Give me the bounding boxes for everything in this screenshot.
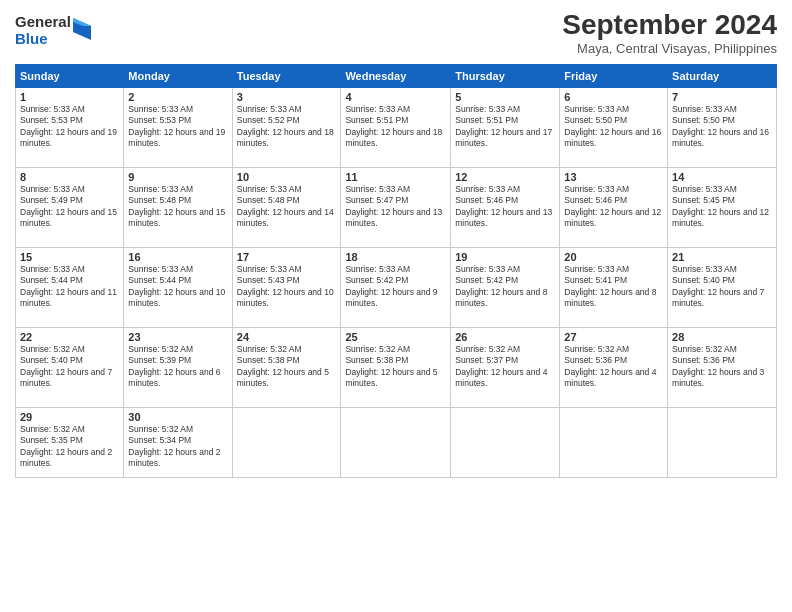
header-thursday: Thursday [451, 64, 560, 87]
day-number: 8 [20, 171, 119, 183]
day-sunset: Sunset: 5:46 PM [564, 195, 663, 206]
day-sunset: Sunset: 5:52 PM [237, 115, 337, 126]
logo-icon [73, 18, 91, 40]
calendar-cell [232, 407, 341, 477]
day-sunrise: Sunrise: 5:33 AM [345, 264, 446, 275]
calendar-cell [341, 407, 451, 477]
header-saturday: Saturday [668, 64, 777, 87]
day-sunset: Sunset: 5:50 PM [564, 115, 663, 126]
day-sunrise: Sunrise: 5:32 AM [455, 344, 555, 355]
day-sunset: Sunset: 5:37 PM [455, 355, 555, 366]
logo-blue: Blue [15, 31, 71, 48]
day-daylight: Daylight: 12 hours and 12 minutes. [564, 207, 663, 230]
day-sunrise: Sunrise: 5:33 AM [564, 264, 663, 275]
calendar-cell: 5 Sunrise: 5:33 AM Sunset: 5:51 PM Dayli… [451, 87, 560, 167]
day-daylight: Daylight: 12 hours and 5 minutes. [237, 367, 337, 390]
day-daylight: Daylight: 12 hours and 2 minutes. [20, 447, 119, 470]
day-number: 9 [128, 171, 227, 183]
day-sunrise: Sunrise: 5:33 AM [455, 264, 555, 275]
day-number: 25 [345, 331, 446, 343]
calendar-cell: 2 Sunrise: 5:33 AM Sunset: 5:53 PM Dayli… [124, 87, 232, 167]
day-sunset: Sunset: 5:38 PM [237, 355, 337, 366]
day-daylight: Daylight: 12 hours and 4 minutes. [455, 367, 555, 390]
header-monday: Monday [124, 64, 232, 87]
day-daylight: Daylight: 12 hours and 18 minutes. [345, 127, 446, 150]
location: Maya, Central Visayas, Philippines [562, 41, 777, 56]
day-number: 30 [128, 411, 227, 423]
day-sunrise: Sunrise: 5:33 AM [455, 184, 555, 195]
day-sunrise: Sunrise: 5:33 AM [345, 104, 446, 115]
day-number: 24 [237, 331, 337, 343]
calendar-cell: 16 Sunrise: 5:33 AM Sunset: 5:44 PM Dayl… [124, 247, 232, 327]
calendar-cell: 20 Sunrise: 5:33 AM Sunset: 5:41 PM Dayl… [560, 247, 668, 327]
day-sunset: Sunset: 5:46 PM [455, 195, 555, 206]
day-sunset: Sunset: 5:45 PM [672, 195, 772, 206]
day-sunrise: Sunrise: 5:33 AM [20, 184, 119, 195]
calendar-cell: 4 Sunrise: 5:33 AM Sunset: 5:51 PM Dayli… [341, 87, 451, 167]
calendar-cell: 10 Sunrise: 5:33 AM Sunset: 5:48 PM Dayl… [232, 167, 341, 247]
day-sunset: Sunset: 5:53 PM [128, 115, 227, 126]
day-number: 29 [20, 411, 119, 423]
day-daylight: Daylight: 12 hours and 18 minutes. [237, 127, 337, 150]
day-sunset: Sunset: 5:44 PM [20, 275, 119, 286]
calendar-cell: 1 Sunrise: 5:33 AM Sunset: 5:53 PM Dayli… [16, 87, 124, 167]
day-daylight: Daylight: 12 hours and 11 minutes. [20, 287, 119, 310]
day-number: 22 [20, 331, 119, 343]
day-daylight: Daylight: 12 hours and 3 minutes. [672, 367, 772, 390]
calendar-week-4: 22 Sunrise: 5:32 AM Sunset: 5:40 PM Dayl… [16, 327, 777, 407]
calendar-cell: 25 Sunrise: 5:32 AM Sunset: 5:38 PM Dayl… [341, 327, 451, 407]
calendar-cell: 18 Sunrise: 5:33 AM Sunset: 5:42 PM Dayl… [341, 247, 451, 327]
day-number: 1 [20, 91, 119, 103]
day-number: 26 [455, 331, 555, 343]
calendar-cell: 15 Sunrise: 5:33 AM Sunset: 5:44 PM Dayl… [16, 247, 124, 327]
calendar-cell: 13 Sunrise: 5:33 AM Sunset: 5:46 PM Dayl… [560, 167, 668, 247]
calendar-cell: 27 Sunrise: 5:32 AM Sunset: 5:36 PM Dayl… [560, 327, 668, 407]
day-sunrise: Sunrise: 5:32 AM [128, 424, 227, 435]
day-number: 12 [455, 171, 555, 183]
day-sunset: Sunset: 5:35 PM [20, 435, 119, 446]
calendar-cell: 30 Sunrise: 5:32 AM Sunset: 5:34 PM Dayl… [124, 407, 232, 477]
header-sunday: Sunday [16, 64, 124, 87]
day-sunrise: Sunrise: 5:32 AM [345, 344, 446, 355]
day-sunrise: Sunrise: 5:32 AM [20, 424, 119, 435]
day-daylight: Daylight: 12 hours and 13 minutes. [455, 207, 555, 230]
calendar-cell [560, 407, 668, 477]
calendar-cell: 3 Sunrise: 5:33 AM Sunset: 5:52 PM Dayli… [232, 87, 341, 167]
calendar-table: Sunday Monday Tuesday Wednesday Thursday… [15, 64, 777, 478]
day-sunrise: Sunrise: 5:33 AM [237, 264, 337, 275]
page: General Blue September 2024 Maya, Centra… [0, 0, 792, 612]
day-number: 11 [345, 171, 446, 183]
day-sunrise: Sunrise: 5:32 AM [128, 344, 227, 355]
logo-area: General Blue [15, 14, 91, 47]
calendar-cell: 29 Sunrise: 5:32 AM Sunset: 5:35 PM Dayl… [16, 407, 124, 477]
day-number: 20 [564, 251, 663, 263]
calendar-cell: 12 Sunrise: 5:33 AM Sunset: 5:46 PM Dayl… [451, 167, 560, 247]
calendar-cell: 8 Sunrise: 5:33 AM Sunset: 5:49 PM Dayli… [16, 167, 124, 247]
day-daylight: Daylight: 12 hours and 16 minutes. [672, 127, 772, 150]
day-sunset: Sunset: 5:41 PM [564, 275, 663, 286]
day-daylight: Daylight: 12 hours and 14 minutes. [237, 207, 337, 230]
day-daylight: Daylight: 12 hours and 2 minutes. [128, 447, 227, 470]
day-number: 19 [455, 251, 555, 263]
calendar-cell: 11 Sunrise: 5:33 AM Sunset: 5:47 PM Dayl… [341, 167, 451, 247]
day-sunset: Sunset: 5:40 PM [672, 275, 772, 286]
day-daylight: Daylight: 12 hours and 15 minutes. [128, 207, 227, 230]
day-sunrise: Sunrise: 5:33 AM [672, 104, 772, 115]
day-sunset: Sunset: 5:48 PM [237, 195, 337, 206]
day-sunset: Sunset: 5:39 PM [128, 355, 227, 366]
day-sunset: Sunset: 5:42 PM [455, 275, 555, 286]
day-number: 6 [564, 91, 663, 103]
day-sunrise: Sunrise: 5:32 AM [237, 344, 337, 355]
calendar-cell: 14 Sunrise: 5:33 AM Sunset: 5:45 PM Dayl… [668, 167, 777, 247]
day-daylight: Daylight: 12 hours and 10 minutes. [237, 287, 337, 310]
day-number: 2 [128, 91, 227, 103]
day-sunrise: Sunrise: 5:33 AM [345, 184, 446, 195]
day-number: 21 [672, 251, 772, 263]
day-number: 15 [20, 251, 119, 263]
day-number: 17 [237, 251, 337, 263]
day-sunrise: Sunrise: 5:33 AM [128, 184, 227, 195]
logo-text: General Blue [15, 14, 71, 47]
day-sunset: Sunset: 5:51 PM [455, 115, 555, 126]
calendar-week-2: 8 Sunrise: 5:33 AM Sunset: 5:49 PM Dayli… [16, 167, 777, 247]
day-daylight: Daylight: 12 hours and 12 minutes. [672, 207, 772, 230]
